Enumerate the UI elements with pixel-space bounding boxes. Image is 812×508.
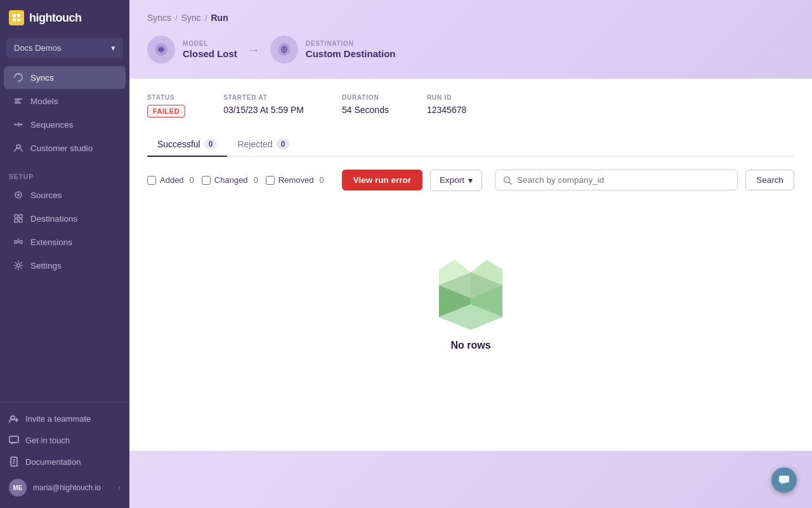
logo-icon xyxy=(9,10,24,25)
user-row[interactable]: ME maria@hightouch.io › xyxy=(0,472,129,503)
breadcrumb-sync[interactable]: Sync xyxy=(181,13,201,23)
svg-rect-19 xyxy=(15,241,17,243)
duration-field: DURATION 54 Seconds xyxy=(342,94,389,117)
svg-point-9 xyxy=(21,124,23,126)
workspace-name: Docs Demos xyxy=(14,43,61,53)
bottom-bar xyxy=(129,451,812,508)
chat-widget-button[interactable] xyxy=(771,467,797,493)
model-label: MODEL xyxy=(183,40,237,47)
sidebar-label-settings: Settings xyxy=(30,261,62,271)
sidebar-item-documentation[interactable]: Documentation xyxy=(0,451,129,472)
extensions-icon xyxy=(13,236,24,248)
tab-rejected-count: 0 xyxy=(277,139,290,149)
svg-rect-18 xyxy=(19,219,22,222)
svg-point-14 xyxy=(17,194,20,196)
destinations-icon xyxy=(13,213,24,224)
sidebar-item-syncs[interactable]: Syncs xyxy=(4,66,126,89)
export-label: Export xyxy=(440,175,464,185)
setup-label: SETUP xyxy=(0,165,129,183)
added-count: 0 xyxy=(190,175,194,185)
export-button[interactable]: Export ▾ xyxy=(430,170,482,191)
view-run-error-button[interactable]: View run error xyxy=(342,170,422,190)
logo-text: hightouch xyxy=(29,11,81,25)
svg-rect-6 xyxy=(15,102,21,104)
started-at-value: 03/15/23 At 5:59 PM xyxy=(223,105,304,115)
sidebar-item-get-in-touch[interactable]: Get in touch xyxy=(0,429,129,451)
invite-icon xyxy=(9,413,19,424)
status-value: FAILED xyxy=(147,105,185,117)
sources-icon xyxy=(13,189,24,201)
user-chevron-icon: › xyxy=(118,483,121,492)
added-checkbox[interactable] xyxy=(147,176,156,185)
destination-endpoint: DESTINATION Custom Destination xyxy=(270,36,396,64)
sidebar-bottom: Invite a teammate Get in touch Documen xyxy=(0,402,129,508)
sidebar-item-sources[interactable]: Sources xyxy=(4,184,126,206)
top-header: Syncs / Sync / Run MODEL Closed Lost xyxy=(129,0,812,79)
main-nav: Syncs Models Seq xyxy=(0,65,129,165)
destination-label: DESTINATION xyxy=(306,40,396,47)
tab-rejected[interactable]: Rejected 0 xyxy=(227,133,299,157)
svg-rect-17 xyxy=(15,219,18,222)
duration-label: DURATION xyxy=(342,94,389,101)
run-id-label: RUN ID xyxy=(427,94,466,101)
tab-successful-count: 0 xyxy=(204,139,218,149)
sidebar-label-get-in-touch: Get in touch xyxy=(25,436,70,445)
status-area: STATUS FAILED STARTED AT 03/15/23 At 5:5… xyxy=(129,79,812,451)
sidebar-label-extensions: Extensions xyxy=(30,237,72,247)
sidebar-label-docs: Documentation xyxy=(25,457,81,467)
workspace-selector[interactable]: Docs Demos ▾ xyxy=(6,38,123,58)
run-id-value: 12345678 xyxy=(427,105,466,115)
sidebar-item-customer-studio[interactable]: Customer studio xyxy=(4,137,126,159)
breadcrumb: Syncs / Sync / Run xyxy=(147,13,794,23)
removed-checkbox[interactable] xyxy=(266,176,275,185)
destination-icon-circle xyxy=(270,36,298,64)
changed-label: Changed xyxy=(214,175,248,185)
status-label: STATUS xyxy=(147,94,185,101)
destination-name: Custom Destination xyxy=(306,48,396,59)
no-rows-message: No rows xyxy=(450,340,490,351)
customer-icon xyxy=(13,142,24,154)
settings-icon xyxy=(13,260,24,271)
sidebar-label-sources: Sources xyxy=(30,190,62,200)
status-field: STATUS FAILED xyxy=(147,94,185,117)
svg-rect-27 xyxy=(10,436,18,443)
svg-point-23 xyxy=(17,264,20,267)
svg-rect-4 xyxy=(15,98,22,100)
tab-successful[interactable]: Successful 0 xyxy=(147,133,227,157)
svg-line-36 xyxy=(509,182,512,184)
avatar: ME xyxy=(9,479,27,497)
breadcrumb-sep-1: / xyxy=(175,13,178,23)
breadcrumb-syncs[interactable]: Syncs xyxy=(147,13,171,23)
sidebar-label-syncs: Syncs xyxy=(30,73,54,83)
sidebar-label-destinations: Destinations xyxy=(30,214,77,224)
svg-rect-1 xyxy=(17,14,20,17)
removed-label: Removed xyxy=(278,175,314,185)
sidebar-label-invite: Invite a teammate xyxy=(25,414,91,424)
search-input[interactable] xyxy=(517,175,730,185)
sidebar-label-customer: Customer studio xyxy=(30,144,93,153)
svg-point-7 xyxy=(15,124,16,126)
sidebar-item-sequences[interactable]: Sequences xyxy=(4,113,126,136)
tab-rejected-label: Rejected xyxy=(237,139,272,149)
svg-rect-20 xyxy=(20,241,22,243)
model-icon-circle xyxy=(147,36,175,64)
sidebar-item-models[interactable]: Models xyxy=(4,90,126,112)
logo-area: hightouch xyxy=(0,0,129,36)
sidebar-item-invite[interactable]: Invite a teammate xyxy=(0,408,129,429)
filter-added: Added 0 xyxy=(147,175,194,185)
search-button[interactable]: Search xyxy=(745,170,794,190)
svg-rect-46 xyxy=(779,476,789,483)
svg-rect-2 xyxy=(13,18,16,22)
filter-changed: Changed 0 xyxy=(202,175,258,185)
run-id-field: RUN ID 12345678 xyxy=(427,94,466,117)
sidebar-item-destinations[interactable]: Destinations xyxy=(4,207,126,230)
model-text: MODEL Closed Lost xyxy=(183,40,237,59)
svg-rect-3 xyxy=(17,18,20,22)
sidebar-label-models: Models xyxy=(30,97,58,106)
changed-checkbox[interactable] xyxy=(202,176,211,185)
changed-count: 0 xyxy=(254,175,258,185)
sidebar-item-settings[interactable]: Settings xyxy=(4,254,126,277)
status-badge: FAILED xyxy=(147,105,185,117)
empty-box-illustration xyxy=(420,234,521,330)
sidebar-item-extensions[interactable]: Extensions xyxy=(4,231,126,253)
